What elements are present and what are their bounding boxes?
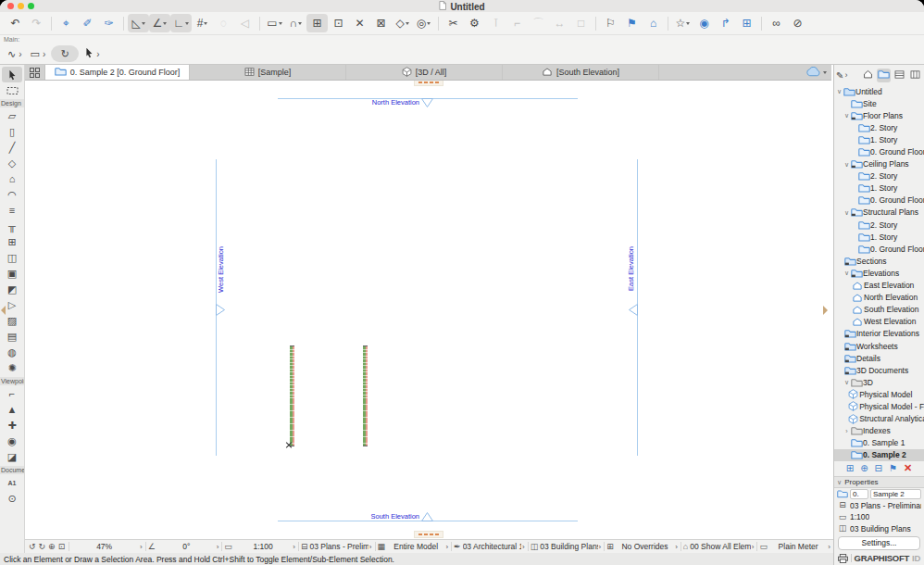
- orbit-button[interactable]: ↻: [51, 45, 79, 62]
- dimension-tool[interactable]: A1: [2, 475, 22, 491]
- tree-item-physical-model[interactable]: Physical Model: [834, 388, 924, 400]
- favorites-button[interactable]: ☆: [672, 14, 693, 32]
- arrow-tool-button[interactable]: ›: [81, 45, 102, 62]
- guide-lines-button[interactable]: ◺: [128, 14, 149, 32]
- clone-view-button[interactable]: ⊞: [846, 464, 854, 473]
- tree-item-physical-model---fro[interactable]: Physical Model - Fro: [834, 400, 924, 412]
- redo-button[interactable]: ↷: [26, 14, 47, 32]
- split-button[interactable]: ✂: [443, 14, 464, 32]
- publisher-button[interactable]: [908, 69, 922, 82]
- unlink-button[interactable]: ⊘: [787, 14, 808, 32]
- stretch-button[interactable]: □: [570, 14, 592, 32]
- elevation-tool[interactable]: ▲: [2, 402, 22, 418]
- tab-south-elevation[interactable]: [South Elevation]: [503, 65, 659, 80]
- interior-elevation-tool[interactable]: ✚: [2, 418, 22, 433]
- tree-collapse-icon[interactable]: ›: [843, 428, 850, 434]
- flag-add-button[interactable]: ⚑: [621, 14, 643, 32]
- tree-item-untitled[interactable]: ∨Untitled: [834, 85, 924, 97]
- zoom-increase-icon[interactable]: ⊕: [48, 543, 56, 551]
- wall-element-2[interactable]: [363, 345, 368, 446]
- window-tool[interactable]: ▣: [2, 266, 22, 282]
- tree-item-0-ground-floor[interactable]: 0. Ground Floor: [834, 243, 924, 255]
- east-elevation-marker-icon[interactable]: [629, 304, 638, 316]
- layer-combination-row[interactable]: ⊟ 03 Plans - Preliminary: [834, 499, 924, 511]
- zoom-level-control[interactable]: 47%›: [69, 542, 145, 551]
- tree-item-3d-documents[interactable]: 3D Documents: [834, 364, 924, 376]
- home-story-button[interactable]: ⌂: [643, 14, 664, 32]
- segment-capture-button[interactable]: ▭›: [28, 45, 49, 62]
- adjust-button[interactable]: ⚙: [464, 14, 485, 32]
- layer-combination-control[interactable]: ⊟03 Plans - Prelimi...›: [299, 542, 375, 551]
- tree-item-structural-plans[interactable]: ∨Structural Plans: [834, 207, 924, 219]
- properties-header[interactable]: ∨ Properties: [834, 476, 924, 488]
- south-elevation-label[interactable]: South Elevation: [369, 513, 420, 521]
- layers-control[interactable]: ◫03 Building Plans›: [529, 542, 605, 551]
- railing-tool[interactable]: ╥: [2, 219, 22, 234]
- wall-tool[interactable]: ▱: [2, 108, 22, 124]
- place-view-button[interactable]: ↱: [715, 14, 736, 32]
- tree-item-0-ground-floor[interactable]: 0. Ground Floor: [834, 195, 924, 207]
- tree-item-site[interactable]: Site: [834, 97, 924, 109]
- tree-item-0-sample-2[interactable]: 0. Sample 2: [834, 449, 924, 461]
- tree-item-1-story[interactable]: 1. Story: [834, 182, 924, 195]
- zoom-undo-icon[interactable]: ↺: [29, 543, 36, 551]
- find-select-button[interactable]: ⌖: [56, 14, 77, 32]
- shell-tool[interactable]: ◠: [2, 187, 22, 203]
- new-folder-button[interactable]: ⊟: [875, 464, 882, 473]
- slab-tool[interactable]: ◇: [2, 156, 22, 171]
- lamp-tool[interactable]: ✺: [2, 360, 22, 376]
- tree-expand-icon[interactable]: ∨: [843, 379, 850, 385]
- view-name-field[interactable]: Sample 2: [870, 489, 921, 499]
- printer-icon[interactable]: [838, 550, 848, 565]
- tree-expand-icon[interactable]: ∨: [843, 161, 850, 168]
- view-map-button[interactable]: [877, 69, 891, 82]
- tree-item-2-story[interactable]: 2. Story: [834, 170, 924, 182]
- morph-edit-button[interactable]: ◇: [392, 14, 413, 32]
- zoom-fit-icon[interactable]: ⊡: [58, 543, 66, 551]
- info-box-button[interactable]: ⊡: [328, 14, 349, 32]
- reshape-button[interactable]: ⊠: [370, 14, 392, 32]
- guide-arrow-button[interactable]: ◁: [234, 14, 256, 32]
- roof-tool[interactable]: ⌂: [2, 171, 22, 187]
- tree-item-2-story[interactable]: 2. Story: [834, 219, 924, 231]
- tree-item-west-elevation[interactable]: West Elevation: [834, 316, 924, 328]
- tree-item-0-ground-floor[interactable]: 0. Ground Floor: [834, 145, 924, 157]
- skylight-tool[interactable]: ◩: [2, 282, 22, 297]
- left-panel-collapse-handle[interactable]: [1, 306, 6, 315]
- layout-book-button[interactable]: [893, 69, 906, 82]
- suspend-groups-button[interactable]: ⊞: [306, 14, 328, 32]
- tree-item-south-elevation[interactable]: South Elevation: [834, 304, 924, 316]
- trim-button[interactable]: ⊺: [485, 14, 506, 32]
- capture-button[interactable]: ◉: [693, 14, 715, 32]
- door-tool[interactable]: ◫: [2, 250, 22, 266]
- west-elevation-marker-icon[interactable]: [216, 304, 225, 316]
- detail-tool[interactable]: ◪: [2, 449, 22, 465]
- scale-control[interactable]: ▭1:100›: [222, 542, 298, 551]
- view-id-field[interactable]: 0.: [850, 489, 868, 499]
- right-panel-collapse-handle[interactable]: [823, 306, 828, 315]
- east-elevation-label[interactable]: East Elevation: [628, 245, 635, 292]
- element-lock-button[interactable]: ∩: [285, 14, 306, 32]
- tree-expand-icon[interactable]: ∨: [843, 209, 850, 216]
- arrow-tool[interactable]: [2, 67, 22, 82]
- undo-button[interactable]: ↶: [5, 14, 26, 32]
- zoom-redo-icon[interactable]: ↻: [39, 543, 46, 551]
- tree-item-elevations[interactable]: ∨Elevations: [834, 267, 924, 279]
- tree-expand-icon[interactable]: ∨: [843, 112, 850, 119]
- resize-button[interactable]: ↔: [549, 14, 570, 32]
- object-tool[interactable]: ◍: [2, 345, 22, 360]
- drawing-canvas[interactable]: North Elevation South Elevation West Ele…: [25, 81, 833, 539]
- snap-points-button[interactable]: ∟: [170, 14, 192, 32]
- link-button[interactable]: ∞: [766, 14, 787, 32]
- pick-up-parameters-button[interactable]: ✐: [77, 14, 98, 32]
- publish-button[interactable]: ⚑: [889, 464, 897, 473]
- tree-item-north-elevation[interactable]: North Elevation: [834, 292, 924, 304]
- dimension-style-control[interactable]: ▭Plain Meter›: [757, 542, 833, 551]
- scale-row[interactable]: ▭ 1:100: [834, 511, 924, 523]
- structure-display-control[interactable]: ▦Entire Model›: [376, 542, 452, 551]
- delete-button[interactable]: ✕: [904, 463, 912, 473]
- layer-row[interactable]: ◫ 03 Building Plans: [834, 522, 924, 534]
- tab-3d-all[interactable]: [3D / All]: [346, 65, 503, 80]
- renovation-filter-control[interactable]: ⌂00 Show All Eleme...›: [681, 542, 757, 551]
- pen-set-control[interactable]: ✒03 Architectural 100›: [452, 542, 528, 551]
